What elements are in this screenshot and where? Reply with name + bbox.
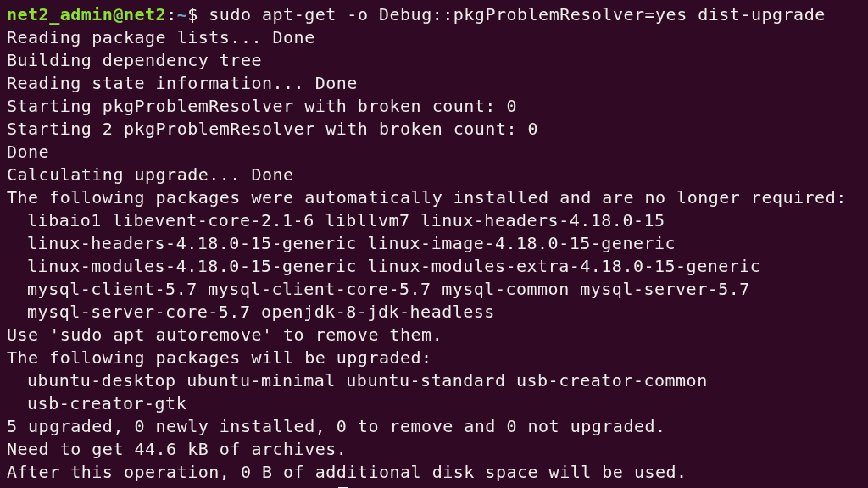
output-line: The following packages will be upgraded: <box>7 347 861 369</box>
output-line: Reading package lists... Done <box>7 26 861 49</box>
package-line: linux-headers-4.18.0-15-generic linux-im… <box>7 232 861 255</box>
package-line: mysql-client-5.7 mysql-client-core-5.7 m… <box>7 278 861 301</box>
prompt-host: net2 <box>124 4 166 25</box>
prompt-user: net2_admin <box>7 4 113 25</box>
package-line: ubuntu-desktop ubuntu-minimal ubuntu-sta… <box>7 369 861 392</box>
prompt-path: ~ <box>177 4 188 25</box>
package-line: libaio1 libevent-core-2.1-6 libllvm7 lin… <box>7 209 861 232</box>
output-line: Done <box>7 141 861 164</box>
output-line: The following packages were automaticall… <box>7 186 861 209</box>
command-text: sudo apt-get -o Debug::pkgProblemResolve… <box>209 4 825 25</box>
output-line: Starting 2 pkgProblemResolver with broke… <box>7 118 861 141</box>
output-line: Use 'sudo apt autoremove' to remove them… <box>7 324 861 347</box>
output-line: Calculating upgrade... Done <box>7 164 861 186</box>
output-line: Need to get 44.6 kB of archives. <box>7 438 861 461</box>
package-line: usb-creator-gtk <box>7 392 861 415</box>
continue-prompt-text: Do you want to continue? [Y/n] <box>7 485 337 488</box>
output-line: Reading state information... Done <box>7 72 861 95</box>
package-line: linux-modules-4.18.0-15-generic linux-mo… <box>7 255 861 278</box>
output-line: Building dependency tree <box>7 49 861 72</box>
continue-prompt-line[interactable]: Do you want to continue? [Y/n] <box>7 484 861 488</box>
output-line: After this operation, 0 B of additional … <box>7 461 861 484</box>
package-line: mysql-server-core-5.7 openjdk-8-jdk-head… <box>7 301 861 324</box>
colon: : <box>166 4 177 25</box>
dollar: $ <box>187 4 209 25</box>
output-line: Starting pkgProblemResolver with broken … <box>7 95 861 118</box>
terminal-window[interactable]: net2_admin@net2:~$ sudo apt-get -o Debug… <box>7 3 861 488</box>
at-sign: @ <box>113 4 124 25</box>
prompt-line: net2_admin@net2:~$ sudo apt-get -o Debug… <box>7 3 861 26</box>
output-line: 5 upgraded, 0 newly installed, 0 to remo… <box>7 415 861 438</box>
